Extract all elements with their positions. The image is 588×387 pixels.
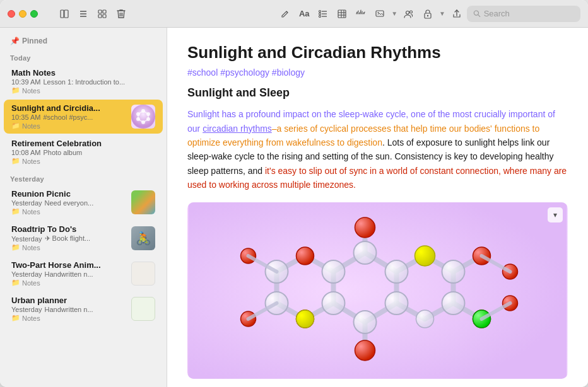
svg-rect-51: [189, 202, 567, 379]
svg-point-73: [385, 260, 408, 283]
today-section-label: Today: [0, 49, 167, 64]
note-main-title: Sunlight and Circadian Rhythms: [187, 43, 568, 62]
note-preview: ✈ Book flight...: [45, 234, 91, 243]
note-preview: Need everyon...: [45, 199, 94, 207]
body-text-circadian: circadian rhythms: [203, 124, 272, 134]
folder-icon: 📁: [11, 122, 20, 130]
expand-button[interactable]: ▾: [548, 207, 563, 222]
note-time: 10:39 AM: [11, 78, 40, 86]
svg-point-77: [322, 260, 345, 283]
note-thumbnail-molecule: [131, 105, 155, 129]
svg-point-16: [319, 15, 321, 17]
note-item-urban-planner[interactable]: Urban planner Yesterday Handwritten n...…: [4, 292, 163, 326]
note-item-sunlight[interactable]: Sunlight and Circidia... 10:35 AM #schoo…: [4, 100, 163, 134]
search-icon: [473, 9, 481, 18]
note-preview: #school #psyc...: [43, 113, 93, 121]
note-item-content: Math Notes 10:39 AM Lesson 1: Introducti…: [11, 68, 155, 95]
svg-point-78: [355, 217, 375, 238]
note-title: Urban planner: [11, 296, 126, 305]
svg-point-31: [378, 12, 379, 13]
folder-name: Notes: [22, 315, 40, 322]
note-thumbnail-picnic: [131, 190, 155, 214]
note-preview: Lesson 1: Introduction to...: [43, 78, 125, 86]
note-meta: 10:35 AM #school #psyc...: [11, 113, 126, 121]
note-item-math-notes[interactable]: Math Notes 10:39 AM Lesson 1: Introducti…: [4, 64, 163, 98]
note-item-roadtrip[interactable]: Roadtrip To Do's Yesterday ✈ Book flight…: [4, 221, 163, 255]
svg-line-26: [360, 10, 361, 14]
yesterday-section-label: Yesterday: [0, 170, 167, 185]
svg-line-24: [358, 11, 358, 14]
table-icon[interactable]: [333, 5, 351, 23]
share-icon[interactable]: [448, 5, 466, 23]
molecule-svg: [187, 202, 568, 379]
svg-line-23: [356, 12, 357, 14]
note-time: 10:08 AM: [11, 149, 40, 156]
note-editor[interactable]: Sunlight and Circadian Rhythms #school #…: [167, 28, 588, 387]
note-item-content: Retirement Celebration 10:08 AM Photo al…: [11, 139, 155, 165]
media-icon[interactable]: [371, 5, 389, 23]
titlebar: Aa: [0, 0, 588, 28]
note-meta: Yesterday Handwritten n...: [11, 270, 126, 278]
folder-name: Notes: [22, 279, 40, 287]
note-item-content: Reunion Picnic Yesterday Need everyon...…: [11, 189, 126, 216]
sidebar-toggle-icon[interactable]: [56, 5, 73, 23]
note-item-horse[interactable]: Two-Part Horse Anim... Yesterday Handwri…: [4, 257, 163, 291]
maximize-button[interactable]: [30, 10, 38, 18]
note-folder: 📁 Notes: [11, 122, 126, 130]
collaborate-icon[interactable]: [400, 5, 418, 23]
close-button[interactable]: [8, 10, 15, 18]
list-view-icon[interactable]: [74, 5, 92, 23]
svg-rect-7: [98, 14, 102, 18]
folder-icon: 📁: [11, 207, 20, 216]
svg-point-85: [442, 292, 465, 315]
note-time: Yesterday: [11, 199, 42, 207]
svg-point-76: [322, 292, 345, 315]
note-item-content: Urban planner Yesterday Handwritten n...…: [11, 296, 126, 322]
note-folder: 📁 Notes: [11, 279, 126, 287]
svg-point-81: [355, 340, 375, 361]
svg-point-32: [406, 11, 409, 14]
svg-rect-8: [103, 14, 106, 18]
note-time: Yesterday: [11, 306, 42, 313]
svg-line-29: [364, 12, 365, 14]
main-content: 📌 Pinned Today Math Notes 10:39 AM Lesso…: [0, 28, 588, 387]
folder-name: Notes: [22, 208, 40, 216]
new-note-icon[interactable]: [276, 5, 294, 23]
note-item-reunion[interactable]: Reunion Picnic Yesterday Need everyon...…: [4, 185, 163, 219]
note-time: Yesterday: [11, 235, 42, 243]
svg-point-91: [297, 310, 314, 328]
svg-point-12: [319, 10, 321, 12]
pinned-label: Pinned: [22, 37, 47, 45]
svg-point-14: [319, 13, 321, 14]
format-icon[interactable]: Aa: [295, 5, 313, 23]
svg-rect-6: [103, 10, 106, 13]
note-folder: 📁 Notes: [11, 314, 126, 322]
note-thumbnail-horse: [131, 262, 155, 286]
note-title: Roadtrip To Do's: [11, 224, 126, 234]
traffic-lights: [8, 10, 38, 18]
note-preview: Handwritten n...: [45, 270, 93, 278]
folder-icon: 📁: [11, 279, 20, 287]
note-meta: Yesterday ✈ Book flight...: [11, 234, 126, 243]
svg-line-25: [359, 13, 360, 14]
svg-line-27: [362, 11, 362, 14]
note-meta: 10:08 AM Photo album: [11, 149, 155, 156]
note-title: Reunion Picnic: [11, 189, 126, 199]
note-content-area: Sunlight and Circadian Rhythms #school #…: [167, 28, 588, 387]
svg-line-37: [478, 14, 480, 16]
note-item-content: Roadtrip To Do's Yesterday ✈ Book flight…: [11, 224, 126, 251]
pin-icon: 📌: [10, 37, 20, 45]
audio-icon[interactable]: [352, 5, 370, 23]
delete-icon[interactable]: [112, 5, 130, 23]
checklist-icon[interactable]: [314, 5, 332, 23]
grid-view-icon[interactable]: [93, 5, 111, 23]
note-item-retirement[interactable]: Retirement Celebration 10:08 AM Photo al…: [4, 135, 163, 169]
note-subtitle: Sunlight and Sleep: [187, 86, 568, 100]
search-input[interactable]: [484, 9, 574, 18]
minimize-button[interactable]: [19, 10, 26, 18]
svg-rect-0: [61, 10, 64, 18]
lock-icon[interactable]: [419, 5, 437, 23]
search-bar[interactable]: [467, 6, 580, 22]
folder-name: Notes: [22, 158, 40, 165]
note-thumbnail-planner: [131, 297, 155, 321]
